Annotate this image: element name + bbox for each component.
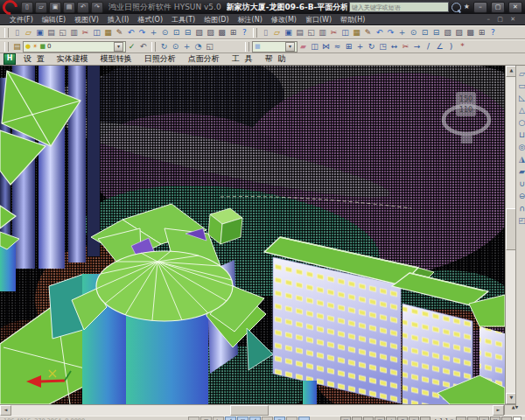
publish-icon[interactable]: ▥: [317, 27, 328, 38]
drawing-viewport[interactable]: 150 110: [0, 66, 505, 404]
extend-icon[interactable]: →: [411, 41, 423, 52]
pan-icon[interactable]: +: [396, 27, 408, 38]
mirror-icon[interactable]: ⋈: [320, 41, 332, 52]
document-window-controls[interactable]: – ▢ ✕: [487, 16, 520, 23]
polysolid-icon[interactable]: ▱: [516, 67, 525, 80]
rotate-icon[interactable]: ↻: [366, 41, 377, 52]
dyn-toggle[interactable]: ≡: [274, 416, 285, 420]
wedge-icon[interactable]: ◺: [516, 92, 525, 104]
layer-combo[interactable]: ●☀■ 0 ▾: [23, 41, 126, 52]
ducs-toggle[interactable]: ⊿: [262, 416, 273, 420]
cut-icon[interactable]: ✂: [80, 27, 91, 38]
redo-icon[interactable]: ↷: [136, 27, 148, 38]
showmotion-icon[interactable]: ▸: [420, 416, 430, 420]
zoom-window-icon[interactable]: ⊡: [419, 27, 430, 38]
clean-screen-button[interactable]: [513, 416, 522, 420]
snap-toggle[interactable]: ⌗: [188, 416, 200, 420]
toolbar-grip[interactable]: [4, 28, 9, 38]
color-combo-dropdown-icon[interactable]: ▾: [285, 42, 295, 52]
quick-view-layouts-button[interactable]: ▭: [363, 416, 374, 420]
favorites-star-icon[interactable]: ★: [464, 2, 470, 12]
save-icon[interactable]: ▣: [34, 27, 46, 38]
toolbar-grip[interactable]: [253, 28, 257, 38]
osnap-toggle[interactable]: ⊡: [237, 416, 248, 420]
break-icon[interactable]: /: [423, 41, 434, 52]
explode-icon[interactable]: *: [457, 41, 468, 52]
menu-item[interactable]: 绘图(D): [200, 15, 233, 24]
trim-icon[interactable]: ✂: [400, 41, 411, 52]
menu-item[interactable]: 工具(T): [167, 15, 200, 24]
hy-menu-point-surface-analysis[interactable]: 点面分析: [182, 53, 226, 65]
undo-icon[interactable]: ↶: [374, 27, 385, 38]
stretch-icon[interactable]: ↔: [388, 41, 400, 52]
new-icon[interactable]: ▯: [11, 27, 23, 38]
subtract-icon[interactable]: ⊖: [516, 190, 525, 202]
scale-icon[interactable]: ◳: [377, 41, 388, 52]
hysun-logo-icon[interactable]: H: [4, 53, 16, 65]
lwt-toggle[interactable]: —: [286, 416, 298, 420]
zoom-realtime-icon[interactable]: ⊙: [159, 27, 171, 38]
array-icon[interactable]: ⊞: [343, 41, 354, 52]
qa-undo-icon[interactable]: ↶: [77, 2, 89, 13]
scroll-right-icon[interactable]: ►: [493, 405, 504, 416]
quick-view-drawings-button[interactable]: ◫: [374, 416, 385, 420]
tool-palettes-icon[interactable]: ▩: [465, 27, 476, 38]
named-views-icon[interactable]: ◱: [204, 41, 215, 52]
match-properties-icon[interactable]: ✎: [362, 27, 374, 38]
sphere-icon[interactable]: ○: [516, 116, 525, 129]
layer-combo-dropdown-icon[interactable]: ▾: [114, 42, 123, 52]
qa-new-icon[interactable]: ▯: [21, 2, 33, 13]
hy-menu-help[interactable]: 帮 助: [258, 53, 291, 65]
grid-toggle[interactable]: ▦: [200, 416, 212, 420]
properties-icon[interactable]: ▧: [442, 27, 453, 38]
hy-menu-tools[interactable]: 工 具: [226, 53, 259, 65]
help-icon[interactable]: ?: [487, 27, 499, 38]
toolbar-grip[interactable]: [4, 42, 9, 52]
menu-item[interactable]: 编辑(E): [38, 15, 70, 24]
match-properties-icon[interactable]: ✎: [114, 27, 125, 38]
workspace-switch-icon[interactable]: ◎: [479, 416, 489, 420]
toolbar-grip[interactable]: [151, 42, 156, 52]
undo-icon[interactable]: ↶: [125, 27, 136, 38]
color-combo[interactable]: ■ ▾: [252, 41, 298, 52]
restore-button[interactable]: ▢: [491, 2, 505, 13]
redo-icon[interactable]: ↷: [385, 27, 396, 38]
pan-hand-icon[interactable]: +: [181, 41, 192, 52]
designcenter-icon[interactable]: ▨: [453, 27, 465, 38]
horizontal-scrollbar[interactable]: ◄ ► ▲▼: [0, 404, 525, 416]
pan-tray-icon[interactable]: +: [386, 416, 396, 420]
cone-icon[interactable]: △: [516, 104, 525, 116]
scroll-left-icon[interactable]: ◄: [0, 405, 11, 416]
close-button[interactable]: ✕: [508, 2, 522, 13]
zoom-realtime-icon[interactable]: ⊙: [408, 27, 419, 38]
quickcalc-icon[interactable]: ⊞: [476, 27, 487, 38]
paste-icon[interactable]: ▦: [102, 27, 114, 38]
vertical-scrollbar[interactable]: ▲ ▼: [505, 66, 515, 404]
chamfer-icon[interactable]: ∠: [434, 41, 445, 52]
layer-properties-icon[interactable]: ▤: [11, 41, 23, 52]
properties-icon[interactable]: ▧: [193, 27, 205, 38]
layout-button[interactable]: ▫: [352, 416, 362, 420]
model-toggle[interactable]: ▭: [298, 416, 310, 420]
annotation-visibility-icon[interactable]: ▲: [456, 416, 466, 420]
open-icon[interactable]: ▱: [271, 27, 283, 38]
status-menu-icon[interactable]: ▾: [501, 416, 512, 420]
steering-wheel-icon[interactable]: ◎: [409, 416, 419, 420]
union-icon[interactable]: ∪: [516, 178, 525, 190]
drawing-canvas[interactable]: 150 110: [0, 66, 505, 404]
qa-save-icon[interactable]: ▣: [49, 2, 61, 13]
zoom-previous-icon[interactable]: ⊟: [182, 27, 193, 38]
extrude-icon[interactable]: ◰: [516, 214, 525, 227]
zoom-window-icon[interactable]: ⊡: [171, 27, 182, 38]
quickcalc-icon[interactable]: ⊞: [228, 27, 239, 38]
toolbar-lock-icon[interactable]: ⊠: [490, 416, 500, 420]
navigation-compass[interactable]: 150 110: [444, 92, 489, 144]
pyramid-icon[interactable]: ◮: [516, 153, 525, 165]
menu-item[interactable]: 窗口(W): [301, 15, 336, 24]
plot-icon[interactable]: ▤: [294, 27, 305, 38]
menu-item[interactable]: 视图(V): [70, 15, 103, 24]
menu-item[interactable]: 插入(I): [103, 15, 134, 24]
infocenter-search-input[interactable]: [349, 2, 449, 12]
copy-object-icon[interactable]: ◫: [309, 41, 320, 52]
cut-icon[interactable]: ✂: [328, 27, 340, 38]
